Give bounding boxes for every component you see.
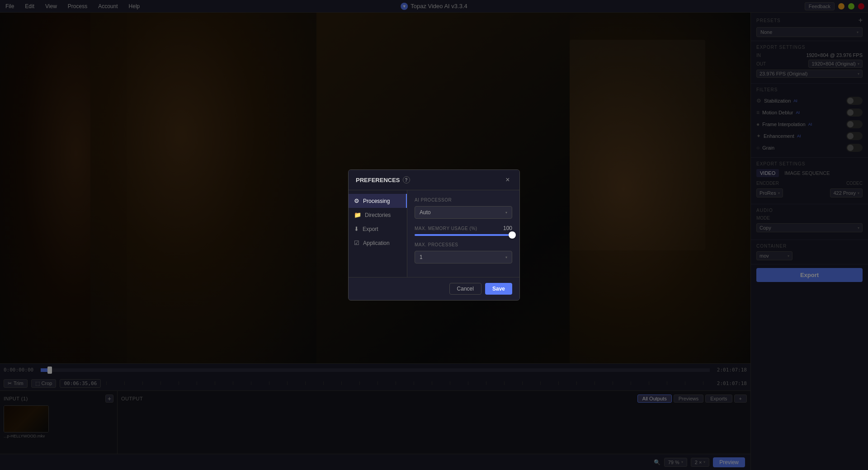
memory-slider-thumb[interactable] <box>509 231 516 239</box>
memory-slider-section: MAX. MEMORY USAGE (%) 100 <box>415 225 512 236</box>
processes-label: MAX. PROCESSES <box>415 242 512 247</box>
processes-chevron-icon: ▾ <box>505 255 507 259</box>
ai-processor-value: Auto <box>420 209 431 216</box>
ai-processor-select[interactable]: Auto ▾ <box>415 206 512 219</box>
help-badge[interactable]: ? <box>403 176 410 183</box>
memory-slider-label: MAX. MEMORY USAGE (%) <box>415 226 477 231</box>
modal-sidebar: ⚙ Processing 📁 Directories ⬇ Export ☑ Ap… <box>349 190 407 277</box>
processes-select[interactable]: 1 ▾ <box>415 251 512 263</box>
application-icon: ☑ <box>354 240 359 246</box>
modal-body: ⚙ Processing 📁 Directories ⬇ Export ☑ Ap… <box>349 190 519 277</box>
ai-processor-chevron-icon: ▾ <box>505 211 507 215</box>
modal-nav-processing[interactable]: ⚙ Processing <box>349 194 407 208</box>
memory-slider-value: 100 <box>503 225 512 231</box>
preferences-modal: PREFERENCES ? × ⚙ Processing 📁 Directori… <box>348 169 520 301</box>
export-icon: ⬇ <box>354 226 359 232</box>
processing-icon: ⚙ <box>354 197 359 204</box>
modal-title: PREFERENCES ? <box>356 176 410 183</box>
processes-value: 1 <box>420 254 423 260</box>
nav-export-label: Export <box>363 226 378 232</box>
modal-overlay: PREFERENCES ? × ⚙ Processing 📁 Directori… <box>0 0 868 470</box>
modal-close-button[interactable]: × <box>503 175 512 184</box>
directories-icon: 📁 <box>354 212 361 218</box>
cancel-button[interactable]: Cancel <box>449 283 481 295</box>
modal-footer: Cancel Save <box>349 277 519 300</box>
nav-directories-label: Directories <box>365 212 391 218</box>
save-button[interactable]: Save <box>485 283 512 295</box>
memory-slider-track[interactable] <box>415 234 512 236</box>
nav-application-label: Application <box>363 240 390 246</box>
modal-nav-application[interactable]: ☑ Application <box>349 236 407 250</box>
modal-title-text: PREFERENCES <box>356 177 400 183</box>
modal-nav-export[interactable]: ⬇ Export <box>349 222 407 236</box>
memory-slider-fill <box>415 234 512 236</box>
modal-nav-directories[interactable]: 📁 Directories <box>349 208 407 222</box>
nav-processing-label: Processing <box>363 198 390 204</box>
modal-content: AI PROCESSOR Auto ▾ MAX. MEMORY USAGE (%… <box>407 190 519 277</box>
memory-slider-header: MAX. MEMORY USAGE (%) 100 <box>415 225 512 231</box>
modal-header: PREFERENCES ? × <box>349 170 519 190</box>
ai-processor-label: AI PROCESSOR <box>415 197 512 202</box>
